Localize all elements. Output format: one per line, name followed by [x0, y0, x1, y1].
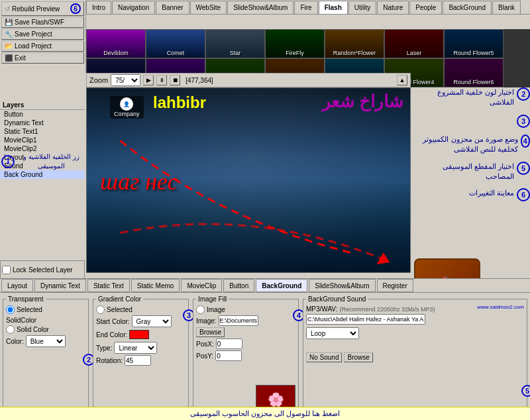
- rotation-label: Rotation:: [96, 357, 123, 364]
- color-select-label: Color:: [6, 338, 24, 345]
- image-label: Image:: [196, 317, 217, 325]
- tab-utility[interactable]: Utility: [348, 1, 376, 14]
- image-path-input[interactable]: [219, 315, 258, 326]
- template-row-1: Devildom Comet Star FireFly Random*Flowe…: [86, 29, 530, 58]
- bottom-properties-panel: Transparent Selected SolidColor Solid Co…: [0, 293, 530, 420]
- image-fill-group: Image Fill Image Image: Browse PosX: Pos…: [193, 295, 299, 417]
- website-label: www.saidmso2.com: [477, 304, 524, 310]
- left-annotation: زر الخلفية الفلاشية و الموسيقى 1: [1, 152, 86, 171]
- template-round-flower5[interactable]: Round Flower5: [444, 29, 504, 58]
- template-firefly[interactable]: FireFly: [265, 29, 325, 58]
- pause-button[interactable]: ⏸: [156, 75, 167, 85]
- posx-input[interactable]: [216, 339, 242, 349]
- tab-flash[interactable]: Flash: [319, 1, 348, 14]
- transparent-selected-label: Selected: [17, 306, 42, 313]
- canvas-preview: 👤 Company lahbibr شاراخ شعر шаг нес: [86, 87, 411, 273]
- color-select[interactable]: Blue: [26, 335, 66, 347]
- save-flash-button[interactable]: 💾 Save Flash/SWF: [1, 17, 84, 28]
- tab-nature[interactable]: Nature: [377, 1, 409, 14]
- stop-button[interactable]: ⏹: [170, 75, 180, 85]
- tab-people[interactable]: People: [409, 1, 442, 14]
- zoom-select[interactable]: 75/: [111, 74, 140, 86]
- template-star[interactable]: Star: [205, 29, 265, 58]
- tab-intro[interactable]: Intro: [86, 1, 111, 14]
- bottom-arabic-text: اضغط هنا للوصول الى محزون الحاسوب الموسي…: [0, 407, 530, 420]
- solid-color-label: SolidColor: [6, 317, 36, 324]
- template-devildom[interactable]: Devildom: [86, 29, 146, 58]
- btab-static-text[interactable]: Static Text: [87, 279, 130, 292]
- template-round-flower6[interactable]: Round Flower6: [444, 58, 504, 87]
- btab-static-memo[interactable]: Static Memo: [131, 279, 180, 292]
- lock-selected-layer-button[interactable]: Lock Selected Layer: [0, 260, 85, 279]
- tab-background[interactable]: BackGround: [443, 1, 492, 14]
- exit-button[interactable]: ⬛ Exit: [1, 52, 84, 64]
- gradient-legend: Gradient Color: [96, 295, 143, 303]
- annotation-text-1: زر الخلفية الفلاشية و الموسيقى: [17, 152, 86, 171]
- browse-image-button[interactable]: Browse: [196, 327, 225, 337]
- type-label: Type:: [96, 344, 112, 352]
- layer-static-text1[interactable]: Static Text1: [0, 127, 85, 136]
- coords-display: [477,364]: [186, 77, 213, 84]
- template-random-flower[interactable]: Random*Flower: [325, 29, 384, 58]
- recommend-label: (Recommend 22050hz 32kb/s MP3): [339, 306, 435, 313]
- gradient-selected-label: Selected: [107, 306, 132, 313]
- posx-label: PosX:: [196, 341, 214, 348]
- left-toolbar: ↺ Rebuild Preview 6 💾 Save Flash/SWF 🔧 S…: [0, 0, 86, 73]
- rebuild-num-badge: 6: [70, 3, 81, 14]
- load-project-button[interactable]: 📂 Load Project: [1, 40, 84, 52]
- loop-select[interactable]: Loop: [306, 327, 359, 339]
- posy-input[interactable]: [215, 350, 242, 361]
- solid-color-radio[interactable]: [6, 325, 15, 334]
- start-color-label: Start Color:: [96, 318, 130, 325]
- tab-slideshow-album[interactable]: SlideShow&Album: [227, 1, 293, 14]
- image-radio[interactable]: [196, 305, 205, 314]
- zoom-label: Zoom: [89, 76, 108, 84]
- dashed-path: [87, 88, 410, 272]
- start-color-select[interactable]: Gray: [132, 315, 172, 327]
- no-sound-button[interactable]: No Sound: [306, 352, 342, 362]
- btab-dynamic-text[interactable]: Dynamic Text: [34, 279, 86, 292]
- btab-register[interactable]: Register: [377, 279, 413, 292]
- lock-layer-checkbox[interactable]: [2, 266, 11, 274]
- tab-fire[interactable]: Fire: [294, 1, 317, 14]
- save-project-button[interactable]: 🔧 Save Project: [1, 28, 84, 40]
- gradient-radio[interactable]: [96, 305, 105, 314]
- music-path-input[interactable]: [306, 314, 425, 325]
- transparent-radio[interactable]: [6, 305, 15, 314]
- annotation-text-6: معاينة التغييرات: [469, 188, 514, 198]
- browse-sound-button[interactable]: Browse: [344, 352, 372, 362]
- layer-back-ground[interactable]: Back Ground: [0, 170, 85, 179]
- zoom-bar: Zoom 75/ ▶ ⏸ ⏹ [477,364] ▲: [86, 73, 411, 87]
- layer-button[interactable]: Button: [0, 110, 85, 119]
- end-color-label: End Color:: [96, 331, 127, 339]
- template-comet[interactable]: Comet: [146, 29, 205, 58]
- tab-website[interactable]: WebSite: [190, 1, 227, 14]
- btab-button[interactable]: Button: [223, 279, 254, 292]
- annotation-circle-5: 5: [517, 162, 530, 175]
- play-button[interactable]: ▶: [143, 75, 154, 85]
- layer-movieclip1[interactable]: MovieClip1: [0, 136, 85, 144]
- tab-navigation[interactable]: Navigation: [112, 1, 155, 14]
- btab-slideshow-album[interactable]: SlideShow&Album: [309, 279, 375, 292]
- save-flash-icon: 💾: [5, 19, 13, 26]
- tab-blank[interactable]: Blank: [492, 1, 521, 14]
- layer-dynamic-text[interactable]: Dynamic Text: [0, 119, 85, 127]
- rotation-input[interactable]: [125, 355, 151, 366]
- annotation-circle-2: 2: [517, 87, 530, 101]
- gradient-group: Gradient Color Selected Start Color: Gra…: [93, 295, 189, 417]
- image-radio-label: Image: [207, 306, 225, 313]
- template-laser[interactable]: Laser: [384, 29, 444, 58]
- tab-banner[interactable]: Banner: [156, 1, 189, 14]
- load-project-icon: 📂: [5, 42, 13, 50]
- scroll-up-button[interactable]: ▲: [397, 75, 407, 85]
- btab-background[interactable]: BackGround: [256, 279, 307, 292]
- background-sound-group: BackGround Sound MP3/WAV: (Recommend 220…: [303, 295, 527, 417]
- btab-layout[interactable]: Layout: [1, 279, 33, 292]
- annotation-circle-6: 6: [517, 188, 530, 201]
- type-select[interactable]: Linear: [114, 342, 157, 354]
- annotation-text-2: اختيار لون خلفية المشروع الفلاشى: [414, 87, 514, 108]
- annotation-text-4: وضع صورة من محزون الكمبيوتر كخلفية للنص …: [414, 134, 518, 155]
- rebuild-preview-button[interactable]: ↺ Rebuild Preview 6: [1, 1, 84, 16]
- solid-color-radio-label: Solid Color: [17, 326, 49, 333]
- btab-movieclip[interactable]: MovieClip: [181, 279, 222, 292]
